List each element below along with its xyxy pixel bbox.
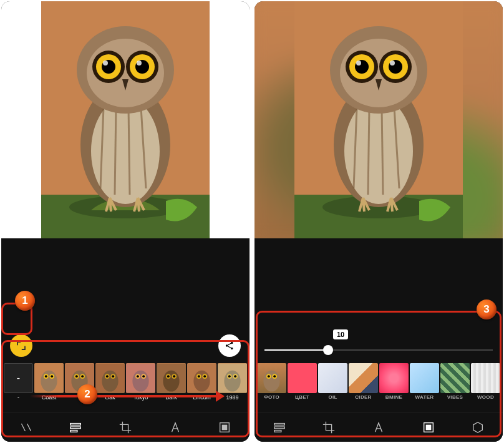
nav-text[interactable] <box>163 415 188 440</box>
nav-border[interactable] <box>416 415 441 440</box>
svg-line-6 <box>115 107 116 195</box>
bg-item-water[interactable]: WATER <box>410 363 439 402</box>
background-strip[interactable]: ФОТО ЦВЕТ OIL CIDER BMINE WATER VIBES WO… <box>254 362 503 412</box>
bg-item-color[interactable]: ЦВЕТ <box>288 363 317 402</box>
svg-point-44 <box>137 375 139 377</box>
bg-thumb <box>288 363 317 393</box>
svg-point-62 <box>228 375 231 377</box>
filter-label: Lincoln <box>193 394 211 401</box>
nav-adjust[interactable] <box>14 415 39 440</box>
filter-label: Coast <box>42 394 57 401</box>
bg-item-cider[interactable]: CIDER <box>349 363 378 402</box>
filter-thumb <box>126 363 155 393</box>
bg-thumb <box>440 363 470 393</box>
filter-label: Tokyo <box>133 394 148 401</box>
svg-point-53 <box>193 371 210 392</box>
svg-point-35 <box>102 371 118 392</box>
nav-crop[interactable] <box>316 415 341 440</box>
svg-rect-97 <box>426 425 430 429</box>
nav-filters[interactable] <box>63 415 88 440</box>
svg-point-63 <box>234 375 236 377</box>
editor-screen-right: 10 ФОТО ЦВЕТ OIL CIDER BMINE WATER VIBES… <box>254 1 503 442</box>
filter-item-bark[interactable]: Bark <box>157 363 186 402</box>
filter-thumb <box>218 363 247 393</box>
svg-point-33 <box>81 375 84 377</box>
filter-thumb <box>187 363 216 393</box>
svg-point-26 <box>45 375 47 377</box>
bg-label: WATER <box>415 394 434 400</box>
svg-point-39 <box>112 375 114 377</box>
crop-icon <box>322 421 336 434</box>
slider-knob[interactable] <box>323 345 333 355</box>
blur-slider-area: 10 <box>254 329 503 362</box>
svg-point-32 <box>75 375 78 377</box>
svg-rect-68 <box>223 425 227 429</box>
svg-rect-65 <box>70 427 81 429</box>
nav-border[interactable] <box>212 415 237 440</box>
bg-item-photo[interactable]: ФОТО <box>257 363 286 402</box>
bg-thumb <box>379 363 409 393</box>
svg-rect-94 <box>274 427 285 429</box>
svg-point-19 <box>226 344 228 346</box>
svg-point-17 <box>103 61 108 66</box>
image-canvas-blur[interactable] <box>254 1 503 238</box>
nav-filters[interactable] <box>267 415 292 440</box>
bg-label: OIL <box>328 394 337 400</box>
border-icon <box>218 421 231 434</box>
bg-thumb <box>349 363 378 393</box>
bg-item-wood[interactable]: WOOD <box>471 363 500 402</box>
bg-item-oil[interactable]: OIL <box>318 363 347 402</box>
svg-point-51 <box>173 375 175 377</box>
svg-line-76 <box>382 107 383 195</box>
svg-point-56 <box>198 375 200 377</box>
svg-rect-66 <box>70 430 77 432</box>
filter-thumb <box>157 363 186 393</box>
bg-item-vibes[interactable]: VIBES <box>440 363 470 402</box>
svg-point-18 <box>137 61 142 66</box>
bg-thumb <box>410 363 439 393</box>
nav-crop[interactable] <box>113 415 138 440</box>
filters-icon <box>273 421 286 434</box>
bg-label: CIDER <box>355 394 371 400</box>
svg-point-45 <box>142 375 145 377</box>
text-icon <box>168 421 182 434</box>
filter-strip[interactable]: - Coast Oak Tokyo Bark <box>1 362 250 412</box>
filter-item-coast[interactable]: Coast <box>34 363 64 402</box>
nav-shape[interactable] <box>465 415 490 440</box>
svg-rect-93 <box>274 423 285 425</box>
slider-fill <box>264 349 328 351</box>
bg-label: WOOD <box>477 394 494 400</box>
blur-slider[interactable] <box>264 349 493 351</box>
bg-label: VIBES <box>447 394 463 400</box>
filter-item-oak[interactable]: Oak <box>95 363 125 402</box>
filter-label: Bark <box>165 394 177 401</box>
svg-line-75 <box>368 107 369 195</box>
filter-item-tokyo[interactable]: Tokyo <box>126 363 155 402</box>
filter-thumb <box>4 363 33 393</box>
svg-point-91 <box>268 375 270 377</box>
svg-point-50 <box>167 375 170 377</box>
image-canvas[interactable] <box>1 1 250 238</box>
owl-photo <box>41 1 210 238</box>
owl-photo <box>294 1 463 238</box>
svg-point-47 <box>163 371 179 392</box>
svg-point-20 <box>231 342 233 344</box>
expand-icon <box>16 340 27 351</box>
crop-icon <box>119 421 132 434</box>
filter-item[interactable] <box>65 363 94 402</box>
filter-item-lincoln[interactable]: Lincoln <box>187 363 216 402</box>
aspect-ratio-button[interactable] <box>10 334 32 357</box>
bg-label: BMINE <box>385 394 402 400</box>
bg-thumb <box>471 363 500 393</box>
hexagon-icon <box>471 421 485 434</box>
filter-item-none[interactable]: - <box>4 363 33 402</box>
bg-item-bmine[interactable]: BMINE <box>379 363 409 402</box>
filter-thumb <box>65 363 94 393</box>
svg-line-7 <box>128 107 130 195</box>
share-button[interactable] <box>218 334 241 357</box>
editor-screen-left: - Coast Oak Tokyo Bark <box>1 1 250 442</box>
sliders-icon <box>19 421 33 434</box>
filter-item-1989[interactable]: 1989 <box>218 363 247 402</box>
svg-point-92 <box>273 375 276 377</box>
nav-text[interactable] <box>366 415 391 440</box>
